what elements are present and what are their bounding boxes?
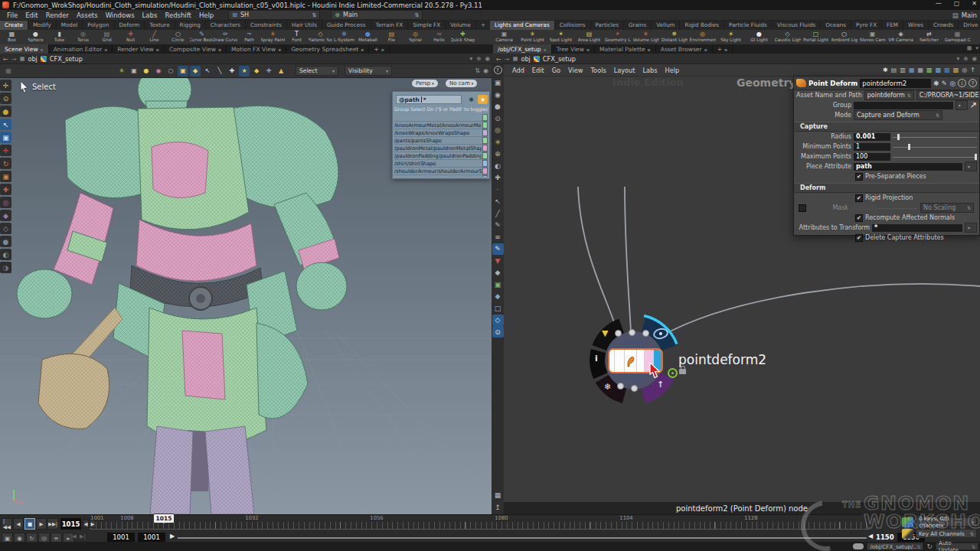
- menu-item[interactable]: Help: [195, 11, 217, 19]
- network-menu-item[interactable]: Tools: [587, 67, 610, 74]
- group-list-item[interactable]: /kneeWraps/kneeWrapsShape: [394, 129, 488, 137]
- node-input-dot[interactable]: [629, 329, 635, 336]
- capture-section-header[interactable]: Capture: [794, 122, 979, 132]
- viewport-side-icon[interactable]: ◆: [0, 210, 11, 221]
- pane-split-icon[interactable]: ▦: [967, 45, 972, 51]
- pane-tab[interactable]: +▪: [369, 44, 389, 54]
- shelf-tool[interactable]: ≈ Helix: [427, 30, 451, 44]
- display-option-icon[interactable]: ●: [492, 101, 504, 112]
- shelf-tool[interactable]: ▤ File: [380, 30, 403, 44]
- shelf-tool[interactable]: ✳ Spray Paint: [261, 30, 285, 44]
- shelf-tab[interactable]: Hair Utils: [287, 21, 322, 30]
- keys-summary-dropdown[interactable]: 0 keys, 0/0 channels▾: [916, 517, 977, 527]
- help-icon[interactable]: ?: [494, 66, 502, 74]
- display-option-icon[interactable]: ▣: [492, 279, 504, 290]
- display-option-icon[interactable]: ◆: [492, 267, 504, 279]
- radial-menu-icon[interactable]: ↑: [657, 380, 664, 390]
- range-end-icon[interactable]: ▶|: [80, 533, 86, 540]
- view-selector[interactable]: ⊕Main⇅: [331, 10, 423, 20]
- current-frame-field[interactable]: 1015: [60, 518, 81, 530]
- range-start-icon[interactable]: |◀: [70, 533, 77, 540]
- range-start-field[interactable]: 1001: [138, 533, 165, 542]
- tab-close-icon[interactable]: ▪: [544, 47, 547, 52]
- viewport-tool-icon[interactable]: ▣: [178, 66, 188, 77]
- viewport-tool-icon[interactable]: ✚: [227, 66, 237, 77]
- shelf-tool[interactable]: ◇ Caustic Light: [773, 30, 802, 44]
- refresh-icon[interactable]: ↻: [926, 543, 933, 550]
- shelf-tab[interactable]: Create: [0, 21, 28, 30]
- network-toolbar-icon[interactable]: ↑: [970, 67, 975, 73]
- asset-path-dropdown[interactable]: C:/PROGRA~1/SIDEEF~1/HO...⇅: [916, 90, 980, 100]
- path-node[interactable]: CFX_setup: [50, 55, 83, 63]
- node-input-dot[interactable]: [642, 330, 649, 337]
- network-toolbar-icon[interactable]: ▩: [926, 67, 933, 73]
- pane-tab[interactable]: Scene View▪: [0, 44, 49, 54]
- persp-button[interactable]: Persp▾: [412, 80, 438, 87]
- param-node-name-input[interactable]: pointdeform2: [860, 79, 931, 88]
- group-list-item[interactable]: /shoulderArmour/shoulderArmourSha: [394, 168, 488, 175]
- shelf-tab[interactable]: FEM: [882, 21, 903, 30]
- display-option-icon[interactable]: ✚: [492, 172, 504, 184]
- network-menu-item[interactable]: Add: [508, 67, 528, 74]
- range-end-handle[interactable]: ◀: [868, 533, 873, 540]
- sort-icon[interactable]: ⇅: [475, 67, 480, 74]
- shelf-tab[interactable]: Deform: [115, 21, 145, 30]
- shelf-tab[interactable]: Viscous Fluids: [773, 21, 821, 30]
- network-toolbar-icon[interactable]: ▦: [909, 67, 915, 73]
- shelf-tab[interactable]: Rigid Bodies: [680, 21, 724, 30]
- snapshot-icon[interactable]: ▦: [492, 490, 504, 501]
- tab-close-icon[interactable]: ▪: [41, 47, 44, 52]
- shelf-tool[interactable]: ~ Path: [237, 30, 261, 44]
- network-toolbar-icon[interactable]: ▦: [918, 67, 924, 73]
- display-option-icon[interactable]: ◇: [492, 315, 504, 326]
- shelf-tab[interactable]: Polygon: [83, 21, 114, 30]
- display-option-icon[interactable]: ✳: [492, 136, 504, 148]
- asset-name-dropdown[interactable]: pointdeform⇅: [864, 90, 914, 100]
- viewport-tool-icon[interactable]: ╲: [214, 66, 225, 77]
- shelf-tab[interactable]: Grains: [624, 21, 652, 30]
- menu-item[interactable]: Redshift: [161, 11, 195, 19]
- delete-capture-checkbox[interactable]: [855, 234, 863, 242]
- tab-close-icon[interactable]: ▪: [218, 47, 221, 52]
- pin-icon[interactable]: ⊕: [963, 55, 968, 62]
- viewport-side-icon[interactable]: ✚: [0, 184, 11, 195]
- display-option-icon[interactable]: ◉: [492, 89, 504, 100]
- piece-dropdown-icon[interactable]: ▾: [965, 161, 977, 171]
- desktop-selector[interactable]: ⊞SH⇅: [228, 10, 320, 20]
- shelf-tool[interactable]: ▣ Camera: [490, 30, 518, 44]
- viewport-side-icon[interactable]: ◇: [0, 223, 11, 234]
- viewport-side-icon[interactable]: ▣: [0, 132, 11, 143]
- display-option-icon[interactable]: ≡: [492, 231, 504, 243]
- pin-icon[interactable]: ⊕: [476, 55, 481, 62]
- close-button[interactable]: ✕: [972, 0, 977, 7]
- range-slider-bar[interactable]: [178, 537, 867, 539]
- network-menu-item[interactable]: Labs: [639, 67, 662, 74]
- shelf-tool[interactable]: ○ Circle: [166, 30, 190, 44]
- pane-tab[interactable]: Render View▪: [113, 44, 165, 54]
- shelf-tool[interactable]: ✴ Geometry Light: [603, 30, 632, 44]
- timeline-ticks[interactable]: [90, 522, 870, 530]
- pane-menu-icon[interactable]: ▾: [975, 45, 978, 51]
- display-option-icon[interactable]: ▣: [492, 77, 504, 89]
- group-list-item[interactable]: /pauldronPadding/pauldronPaddingS: [394, 152, 488, 160]
- shelf-tool[interactable]: ▦ Box: [0, 30, 24, 44]
- network-toolbar-icon[interactable]: ✱: [883, 67, 888, 73]
- rigid-projection-checkbox[interactable]: [855, 194, 863, 202]
- shelf-tab[interactable]: Crowds: [929, 21, 959, 30]
- viewport-side-icon[interactable]: ⊙: [0, 93, 11, 104]
- display-option-icon[interactable]: □: [492, 302, 504, 314]
- network-toolbar-icon[interactable]: ▤: [891, 67, 897, 73]
- timeline-ruler[interactable]: 1001100810321056108011041128: [90, 515, 870, 522]
- display-option-icon[interactable]: ✎: [492, 243, 504, 255]
- shelf-tab[interactable]: Constraints: [246, 21, 287, 30]
- shelf-tab[interactable]: Characters: [206, 21, 246, 30]
- path-dropdown-icon[interactable]: ▾: [469, 55, 472, 62]
- radial-menu-icon[interactable]: ◉: [483, 67, 488, 74]
- shelf-tool[interactable]: ● Sphere: [24, 30, 47, 44]
- display-option-icon[interactable]: ◐: [492, 160, 504, 171]
- shelf-tool[interactable]: ▤ Grid: [95, 30, 119, 44]
- display-option-icon[interactable]: ◆: [492, 291, 504, 302]
- network-toolbar-icon[interactable]: ▥: [900, 67, 906, 73]
- shelf-tool[interactable]: ▤ Area Light: [575, 30, 603, 44]
- group-list-item[interactable]: /shirt/shirtShape: [394, 160, 488, 168]
